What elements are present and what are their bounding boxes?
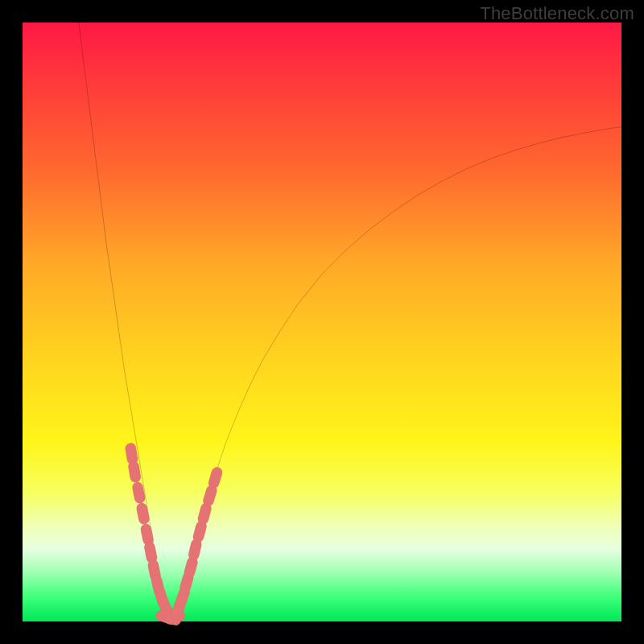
chart-frame: TheBottleneck.com [0, 0, 644, 644]
marker-point [131, 481, 146, 505]
marker-point [127, 460, 142, 484]
curve-markers [125, 442, 224, 626]
curve-svg [23, 23, 621, 621]
watermark-text: TheBottleneck.com [480, 3, 634, 24]
bottleneck-curve [79, 23, 621, 619]
plot-area [23, 23, 621, 621]
marker-point [135, 502, 150, 526]
marker-point [207, 466, 224, 490]
